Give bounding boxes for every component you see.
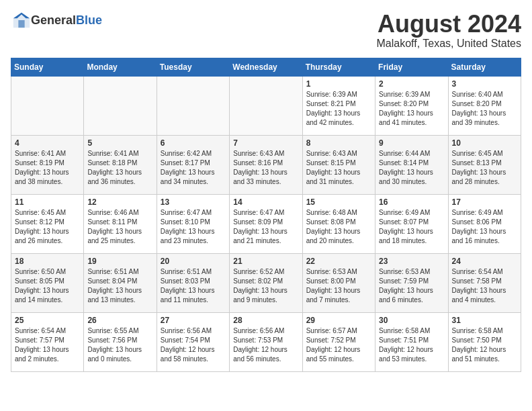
sunset-text: Sunset: 7:53 PM [233,336,298,345]
daylight-text: Daylight: 13 hours and 0 minutes. [87,345,152,364]
sunset-text: Sunset: 7:54 PM [161,336,226,345]
calendar-cell: 2Sunrise: 6:39 AMSunset: 8:20 PMDaylight… [375,76,448,135]
sunrise-text: Sunrise: 6:51 AM [87,267,152,277]
sunrise-text: Sunrise: 6:50 AM [15,267,80,277]
page-header: GeneralBlue August 2024 Malakoff, Texas,… [11,11,521,50]
calendar-week-4: 18Sunrise: 6:50 AMSunset: 8:05 PMDayligh… [11,253,521,312]
day-number: 23 [379,257,444,266]
day-number: 19 [87,257,152,266]
col-saturday: Saturday [448,58,521,76]
cell-content: Sunrise: 6:39 AMSunset: 8:21 PMDaylight:… [306,90,371,128]
sunrise-text: Sunrise: 6:41 AM [15,149,80,158]
daylight-text: Daylight: 13 hours and 23 minutes. [161,227,226,246]
day-number: 3 [452,79,517,89]
calendar-cell [84,76,157,135]
month-title: August 2024 [376,11,521,38]
sunset-text: Sunset: 7:51 PM [379,336,444,345]
location-title: Malakoff, Texas, United States [376,38,521,50]
daylight-text: Daylight: 13 hours and 34 minutes. [161,168,226,187]
calendar-cell: 30Sunrise: 6:58 AMSunset: 7:51 PMDayligh… [375,312,448,371]
sunrise-text: Sunrise: 6:49 AM [452,208,517,218]
daylight-text: Daylight: 13 hours and 38 minutes. [15,168,80,187]
cell-content: Sunrise: 6:53 AMSunset: 7:59 PMDaylight:… [379,267,444,305]
day-number: 28 [233,316,298,325]
calendar-cell: 17Sunrise: 6:49 AMSunset: 8:06 PMDayligh… [448,194,521,253]
daylight-text: Daylight: 13 hours and 36 minutes. [87,168,152,187]
sunrise-text: Sunrise: 6:53 AM [379,267,444,277]
cell-content: Sunrise: 6:56 AMSunset: 7:54 PMDaylight:… [161,326,226,364]
cell-content: Sunrise: 6:49 AMSunset: 8:06 PMDaylight:… [452,208,517,246]
day-number: 6 [161,138,226,148]
cell-content: Sunrise: 6:45 AMSunset: 8:12 PMDaylight:… [15,208,80,246]
cell-content: Sunrise: 6:56 AMSunset: 7:53 PMDaylight:… [233,326,298,364]
sunrise-text: Sunrise: 6:58 AM [452,326,517,336]
cell-content: Sunrise: 6:50 AMSunset: 8:05 PMDaylight:… [15,267,80,305]
logo: GeneralBlue [11,11,102,30]
calendar-cell: 5Sunrise: 6:41 AMSunset: 8:18 PMDaylight… [84,135,157,194]
sunset-text: Sunset: 7:56 PM [87,336,152,345]
day-number: 26 [87,316,152,325]
sunset-text: Sunset: 8:03 PM [161,277,226,286]
cell-content: Sunrise: 6:39 AMSunset: 8:20 PMDaylight:… [379,90,444,128]
calendar-cell: 3Sunrise: 6:40 AMSunset: 8:20 PMDaylight… [448,76,521,135]
day-number: 16 [379,197,444,207]
sunset-text: Sunset: 8:12 PM [15,218,80,227]
calendar-cell: 10Sunrise: 6:45 AMSunset: 8:13 PMDayligh… [448,135,521,194]
sunrise-text: Sunrise: 6:48 AM [306,208,371,218]
sunrise-text: Sunrise: 6:56 AM [161,326,226,336]
daylight-text: Daylight: 13 hours and 39 minutes. [452,109,517,128]
day-number: 20 [161,257,226,266]
calendar-table: Sunday Monday Tuesday Wednesday Thursday… [11,58,521,372]
cell-content: Sunrise: 6:51 AMSunset: 8:03 PMDaylight:… [161,267,226,305]
sunset-text: Sunset: 8:21 PM [306,99,371,109]
day-number: 11 [15,197,80,207]
cell-content: Sunrise: 6:46 AMSunset: 8:11 PMDaylight:… [87,208,152,246]
sunset-text: Sunset: 8:00 PM [306,277,371,286]
day-number: 4 [15,138,80,148]
day-number: 22 [306,257,371,266]
calendar-cell: 11Sunrise: 6:45 AMSunset: 8:12 PMDayligh… [11,194,84,253]
cell-content: Sunrise: 6:54 AMSunset: 7:58 PMDaylight:… [452,267,517,305]
cell-content: Sunrise: 6:41 AMSunset: 8:19 PMDaylight:… [15,149,80,187]
calendar-cell: 9Sunrise: 6:44 AMSunset: 8:14 PMDaylight… [375,135,448,194]
sunset-text: Sunset: 7:57 PM [15,336,80,345]
sunset-text: Sunset: 7:59 PM [379,277,444,286]
calendar-cell: 27Sunrise: 6:56 AMSunset: 7:54 PMDayligh… [157,312,229,371]
daylight-text: Daylight: 13 hours and 28 minutes. [452,168,517,187]
sunset-text: Sunset: 8:17 PM [161,158,226,168]
calendar-cell: 26Sunrise: 6:55 AMSunset: 7:56 PMDayligh… [84,312,157,371]
daylight-text: Daylight: 13 hours and 16 minutes. [452,227,517,246]
day-number: 15 [306,197,371,207]
day-number: 14 [233,197,298,207]
sunset-text: Sunset: 8:19 PM [15,158,80,168]
daylight-text: Daylight: 13 hours and 9 minutes. [233,286,298,305]
cell-content: Sunrise: 6:57 AMSunset: 7:52 PMDaylight:… [306,326,371,364]
daylight-text: Daylight: 12 hours and 53 minutes. [379,345,444,364]
sunset-text: Sunset: 8:18 PM [87,158,152,168]
calendar-cell: 24Sunrise: 6:54 AMSunset: 7:58 PMDayligh… [448,253,521,312]
calendar-cell: 23Sunrise: 6:53 AMSunset: 7:59 PMDayligh… [375,253,448,312]
day-number: 10 [452,138,517,148]
day-number: 2 [379,79,444,89]
cell-content: Sunrise: 6:44 AMSunset: 8:14 PMDaylight:… [379,149,444,187]
calendar-cell: 15Sunrise: 6:48 AMSunset: 8:08 PMDayligh… [302,194,375,253]
sunset-text: Sunset: 8:04 PM [87,277,152,286]
sunset-text: Sunset: 7:50 PM [452,336,517,345]
daylight-text: Daylight: 13 hours and 21 minutes. [233,227,298,246]
title-section: August 2024 Malakoff, Texas, United Stat… [376,11,521,50]
daylight-text: Daylight: 13 hours and 18 minutes. [379,227,444,246]
cell-content: Sunrise: 6:55 AMSunset: 7:56 PMDaylight:… [87,326,152,364]
day-number: 25 [15,316,80,325]
sunset-text: Sunset: 7:58 PM [452,277,517,286]
sunrise-text: Sunrise: 6:52 AM [233,267,298,277]
sunset-text: Sunset: 8:20 PM [379,99,444,109]
calendar-cell: 16Sunrise: 6:49 AMSunset: 8:07 PMDayligh… [375,194,448,253]
calendar-cell: 12Sunrise: 6:46 AMSunset: 8:11 PMDayligh… [84,194,157,253]
calendar-cell: 13Sunrise: 6:47 AMSunset: 8:10 PMDayligh… [157,194,229,253]
sunset-text: Sunset: 8:10 PM [161,218,226,227]
sunset-text: Sunset: 8:02 PM [233,277,298,286]
sunrise-text: Sunrise: 6:46 AM [87,208,152,218]
cell-content: Sunrise: 6:48 AMSunset: 8:08 PMDaylight:… [306,208,371,246]
logo-text: GeneralBlue [31,13,102,28]
col-sunday: Sunday [11,58,84,76]
